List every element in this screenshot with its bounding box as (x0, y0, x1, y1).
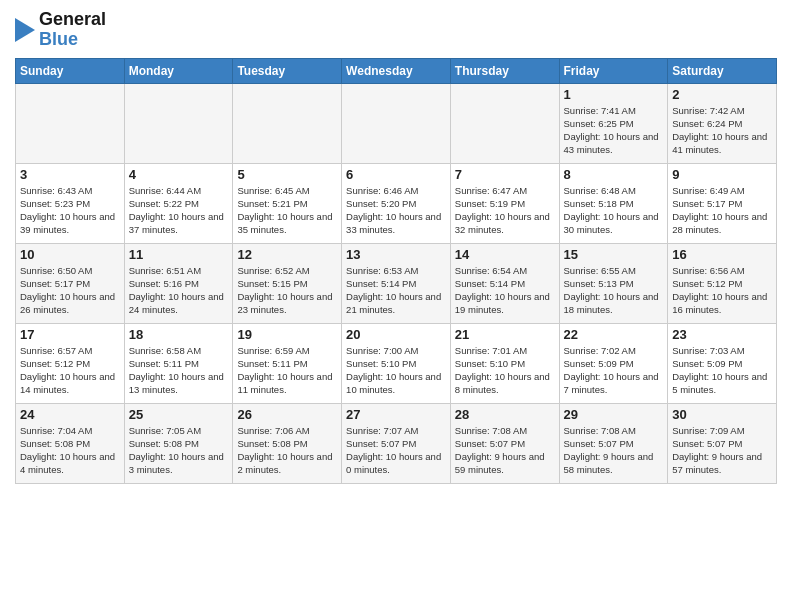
day-info: Sunrise: 6:59 AM Sunset: 5:11 PM Dayligh… (237, 344, 337, 397)
day-info: Sunrise: 6:53 AM Sunset: 5:14 PM Dayligh… (346, 264, 446, 317)
day-number: 7 (455, 167, 555, 182)
calendar-cell: 22Sunrise: 7:02 AM Sunset: 5:09 PM Dayli… (559, 323, 668, 403)
day-number: 29 (564, 407, 664, 422)
header-tuesday: Tuesday (233, 58, 342, 83)
day-number: 12 (237, 247, 337, 262)
week-row-0: 1Sunrise: 7:41 AM Sunset: 6:25 PM Daylig… (16, 83, 777, 163)
day-number: 18 (129, 327, 229, 342)
calendar-cell: 20Sunrise: 7:00 AM Sunset: 5:10 PM Dayli… (342, 323, 451, 403)
calendar-cell: 4Sunrise: 6:44 AM Sunset: 5:22 PM Daylig… (124, 163, 233, 243)
day-number: 13 (346, 247, 446, 262)
day-info: Sunrise: 7:04 AM Sunset: 5:08 PM Dayligh… (20, 424, 120, 477)
day-info: Sunrise: 7:08 AM Sunset: 5:07 PM Dayligh… (455, 424, 555, 477)
day-info: Sunrise: 6:58 AM Sunset: 5:11 PM Dayligh… (129, 344, 229, 397)
day-info: Sunrise: 6:46 AM Sunset: 5:20 PM Dayligh… (346, 184, 446, 237)
calendar-cell: 18Sunrise: 6:58 AM Sunset: 5:11 PM Dayli… (124, 323, 233, 403)
day-number: 22 (564, 327, 664, 342)
calendar-cell: 3Sunrise: 6:43 AM Sunset: 5:23 PM Daylig… (16, 163, 125, 243)
day-number: 11 (129, 247, 229, 262)
day-number: 23 (672, 327, 772, 342)
calendar-table: SundayMondayTuesdayWednesdayThursdayFrid… (15, 58, 777, 484)
calendar-cell: 5Sunrise: 6:45 AM Sunset: 5:21 PM Daylig… (233, 163, 342, 243)
calendar-cell: 14Sunrise: 6:54 AM Sunset: 5:14 PM Dayli… (450, 243, 559, 323)
day-number: 24 (20, 407, 120, 422)
calendar-cell: 12Sunrise: 6:52 AM Sunset: 5:15 PM Dayli… (233, 243, 342, 323)
day-info: Sunrise: 6:57 AM Sunset: 5:12 PM Dayligh… (20, 344, 120, 397)
calendar-cell: 1Sunrise: 7:41 AM Sunset: 6:25 PM Daylig… (559, 83, 668, 163)
day-number: 28 (455, 407, 555, 422)
header-monday: Monday (124, 58, 233, 83)
day-number: 2 (672, 87, 772, 102)
day-number: 19 (237, 327, 337, 342)
day-number: 3 (20, 167, 120, 182)
calendar-cell: 11Sunrise: 6:51 AM Sunset: 5:16 PM Dayli… (124, 243, 233, 323)
day-number: 1 (564, 87, 664, 102)
calendar-cell: 24Sunrise: 7:04 AM Sunset: 5:08 PM Dayli… (16, 403, 125, 483)
day-info: Sunrise: 6:55 AM Sunset: 5:13 PM Dayligh… (564, 264, 664, 317)
day-number: 10 (20, 247, 120, 262)
day-info: Sunrise: 6:48 AM Sunset: 5:18 PM Dayligh… (564, 184, 664, 237)
header-thursday: Thursday (450, 58, 559, 83)
header-sunday: Sunday (16, 58, 125, 83)
calendar-cell: 29Sunrise: 7:08 AM Sunset: 5:07 PM Dayli… (559, 403, 668, 483)
calendar-cell: 28Sunrise: 7:08 AM Sunset: 5:07 PM Dayli… (450, 403, 559, 483)
calendar-cell: 8Sunrise: 6:48 AM Sunset: 5:18 PM Daylig… (559, 163, 668, 243)
calendar-cell: 23Sunrise: 7:03 AM Sunset: 5:09 PM Dayli… (668, 323, 777, 403)
day-number: 27 (346, 407, 446, 422)
day-info: Sunrise: 6:50 AM Sunset: 5:17 PM Dayligh… (20, 264, 120, 317)
day-number: 4 (129, 167, 229, 182)
day-number: 9 (672, 167, 772, 182)
header-saturday: Saturday (668, 58, 777, 83)
day-info: Sunrise: 6:52 AM Sunset: 5:15 PM Dayligh… (237, 264, 337, 317)
day-number: 6 (346, 167, 446, 182)
day-info: Sunrise: 7:09 AM Sunset: 5:07 PM Dayligh… (672, 424, 772, 477)
header-wednesday: Wednesday (342, 58, 451, 83)
calendar-cell: 16Sunrise: 6:56 AM Sunset: 5:12 PM Dayli… (668, 243, 777, 323)
day-number: 16 (672, 247, 772, 262)
day-number: 26 (237, 407, 337, 422)
day-number: 8 (564, 167, 664, 182)
calendar-cell: 26Sunrise: 7:06 AM Sunset: 5:08 PM Dayli… (233, 403, 342, 483)
day-info: Sunrise: 7:07 AM Sunset: 5:07 PM Dayligh… (346, 424, 446, 477)
week-row-2: 10Sunrise: 6:50 AM Sunset: 5:17 PM Dayli… (16, 243, 777, 323)
day-info: Sunrise: 6:54 AM Sunset: 5:14 PM Dayligh… (455, 264, 555, 317)
day-number: 14 (455, 247, 555, 262)
calendar-cell (233, 83, 342, 163)
calendar-cell: 30Sunrise: 7:09 AM Sunset: 5:07 PM Dayli… (668, 403, 777, 483)
calendar-header-row: SundayMondayTuesdayWednesdayThursdayFrid… (16, 58, 777, 83)
calendar-cell: 9Sunrise: 6:49 AM Sunset: 5:17 PM Daylig… (668, 163, 777, 243)
calendar-cell: 19Sunrise: 6:59 AM Sunset: 5:11 PM Dayli… (233, 323, 342, 403)
day-number: 21 (455, 327, 555, 342)
logo-text: GeneralBlue (39, 10, 106, 50)
calendar-cell: 21Sunrise: 7:01 AM Sunset: 5:10 PM Dayli… (450, 323, 559, 403)
day-info: Sunrise: 6:44 AM Sunset: 5:22 PM Dayligh… (129, 184, 229, 237)
calendar-cell: 2Sunrise: 7:42 AM Sunset: 6:24 PM Daylig… (668, 83, 777, 163)
calendar-cell: 7Sunrise: 6:47 AM Sunset: 5:19 PM Daylig… (450, 163, 559, 243)
day-number: 25 (129, 407, 229, 422)
day-number: 30 (672, 407, 772, 422)
day-info: Sunrise: 6:56 AM Sunset: 5:12 PM Dayligh… (672, 264, 772, 317)
day-info: Sunrise: 7:02 AM Sunset: 5:09 PM Dayligh… (564, 344, 664, 397)
logo-arrow-icon (15, 12, 35, 48)
logo: GeneralBlue (15, 10, 106, 50)
day-info: Sunrise: 7:06 AM Sunset: 5:08 PM Dayligh… (237, 424, 337, 477)
day-number: 5 (237, 167, 337, 182)
day-number: 20 (346, 327, 446, 342)
svg-marker-0 (15, 18, 35, 42)
day-info: Sunrise: 7:08 AM Sunset: 5:07 PM Dayligh… (564, 424, 664, 477)
day-info: Sunrise: 6:45 AM Sunset: 5:21 PM Dayligh… (237, 184, 337, 237)
calendar-cell (342, 83, 451, 163)
calendar-cell: 13Sunrise: 6:53 AM Sunset: 5:14 PM Dayli… (342, 243, 451, 323)
header-friday: Friday (559, 58, 668, 83)
page-header: GeneralBlue (15, 10, 777, 50)
day-info: Sunrise: 7:01 AM Sunset: 5:10 PM Dayligh… (455, 344, 555, 397)
day-info: Sunrise: 7:05 AM Sunset: 5:08 PM Dayligh… (129, 424, 229, 477)
calendar-cell: 6Sunrise: 6:46 AM Sunset: 5:20 PM Daylig… (342, 163, 451, 243)
day-info: Sunrise: 6:51 AM Sunset: 5:16 PM Dayligh… (129, 264, 229, 317)
day-info: Sunrise: 6:49 AM Sunset: 5:17 PM Dayligh… (672, 184, 772, 237)
day-number: 15 (564, 247, 664, 262)
calendar-cell: 15Sunrise: 6:55 AM Sunset: 5:13 PM Dayli… (559, 243, 668, 323)
day-info: Sunrise: 7:00 AM Sunset: 5:10 PM Dayligh… (346, 344, 446, 397)
day-info: Sunrise: 6:43 AM Sunset: 5:23 PM Dayligh… (20, 184, 120, 237)
week-row-4: 24Sunrise: 7:04 AM Sunset: 5:08 PM Dayli… (16, 403, 777, 483)
